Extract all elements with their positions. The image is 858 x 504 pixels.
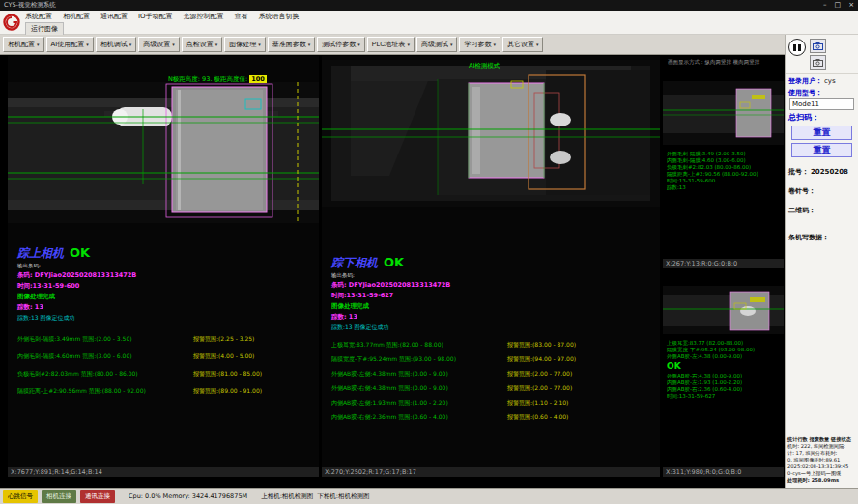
barcode-caption: 输出条码: [331,272,657,279]
batch-label: 批号： [788,167,809,177]
toolbar-button-spot-check[interactable]: 点检设置▾ [182,37,223,52]
status-bar: 心跳信号 相机连接 通讯连接 Cpu: 0.0% Memory: 3424.41… [0,488,858,504]
toolbar-button-label: 高级测试 [421,40,448,49]
result-line: 外侧AB胶-左:4.38 (0.00-9.00) [667,353,755,360]
result-line: 内侧毛刺-隔膜:4.60 (3.00-6.00) [667,157,758,164]
measurement-value: 外侧毛刺-隔膜:3.49mm 范围:(2.00 - 3.50) [17,335,193,344]
camera-layout-toggle-1-icon[interactable] [810,39,826,53]
menu-item-camera-config[interactable]: 相机配置 [63,12,90,21]
total-scan-label: 总扫码： [788,112,819,123]
camera-view-upper[interactable]: N极距高度: 93. 极距高度值:100 [8,56,319,477]
annotation-upper: N极距高度: 93. 极距高度值:100 [168,75,267,84]
thumbnail-image-upper[interactable] [663,81,784,145]
result-line: 踪数:13 [667,184,758,191]
ok-status: OK [384,255,404,269]
result-line: 外侧AB胶-右:4.38 (0.00-9.00) [667,373,742,379]
camera-image-lower[interactable] [322,60,660,207]
camera-image-upper[interactable] [8,82,319,223]
camera-layout-toggle-2-icon[interactable] [810,55,826,70]
camera-connection-badge: 相机连接 [42,490,76,503]
thumbnail-image-lower[interactable] [663,286,784,334]
menu-item-light-control-config[interactable]: 光源控制配置 [184,12,224,21]
result-line: 时间:13-31-59-627 [667,393,742,400]
toolbar-button-advanced-settings[interactable]: 高级设置▾ [138,37,180,52]
toolbar-button-advanced-test[interactable]: 高级测试▾ [416,37,458,52]
result-line: 上极耳宽:83.77 (82.00-88.00) [667,340,755,347]
pause-button[interactable] [788,39,806,56]
qrcode-label: 二维码： [788,206,815,215]
app-logo-icon [3,14,20,31]
toolbar-button-camera-config[interactable]: 相机配置▾ [3,37,44,52]
toolbar-button-label: PLC地址表 [372,40,406,49]
measurement-row: 隔膜宽度-下#:95.24mm 范围:(93.00 - 98.00)报警范围:(… [331,355,657,364]
track-count: 踪数: 13 [17,303,316,312]
toolbar-button-test-params[interactable]: 测试停参数▾ [317,37,365,52]
annotation-value: 100 [249,75,267,83]
thumbnail-result-lines: 外侧毛刺-隔膜:3.49 (2.00-3.50) 内侧毛刺-隔膜:4.60 (3… [667,151,758,191]
toolbar-button-label: 基准面参数 [272,40,306,49]
toolbar-button-plc-address-table[interactable]: PLC地址表▾ [367,37,415,52]
measurement-row: 内侧AB胶-右侧:2.36mm 范围:(0.60 - 4.00)报警范围:(0.… [331,413,657,422]
ok-status: OK [70,245,90,260]
timestamp-text: 时间:13-31-59-627 [331,292,657,300]
toolbar-button-label: 学习参数 [464,40,491,49]
result-line: 内侧AB胶-右:2.36 (0.60-4.00) [667,386,742,393]
toolbar-button-label: 其它设置 [507,40,534,49]
minimize-button[interactable]: – [823,0,827,11]
measurement-row: 外侧AB胶-右侧:4.38mm 范围:(0.00 - 9.00)报警范围:(2.… [331,384,657,393]
menu-item-language-switch[interactable]: 系统语言切换 [259,12,300,21]
menu-item-comm-config[interactable]: 通讯配置 [100,12,128,21]
toolbar-button-ai-config[interactable]: AI使用配置▾ [46,37,94,52]
toolbar-button-label: 图像处理 [229,40,256,49]
close-button[interactable]: × [848,0,854,11]
toolbar-button-camera-debug[interactable]: 相机调试▾ [96,37,137,52]
camera-view-lower[interactable]: AI检测模式 [322,56,660,477]
reset-button-1[interactable]: 重置 [791,126,852,140]
pixel-coordinates-thumb-lower: X:311;Y:980;R:0;G:0;B:0 [663,467,784,477]
dropdown-caret-icon: ▾ [308,42,311,47]
barcode-text: 条码: DFYJiao2025020813313472B [331,281,657,290]
model-field[interactable]: Mode11 [789,98,854,110]
toolbar-button-image-processing[interactable]: 图像处理▾ [224,37,266,52]
pixel-coordinates-upper: X:7677;Y:891;R:14;G:14;B:14 [8,467,319,477]
dropdown-caret-icon: ▾ [37,42,40,47]
toolbar-button-label: 测试停参数 [322,40,356,49]
measurement-row: 外侧毛刺-隔膜:3.49mm 范围:(2.00 - 3.50)报警范围:(2.2… [17,335,316,344]
toolbar-button-other-settings[interactable]: 其它设置▾ [502,37,544,52]
thumbnail-lower[interactable]: 上极耳宽:83.77 (82.00-88.00) 隔膜宽度-下#:95.24 (… [663,268,784,477]
menu-item-io-manual-config[interactable]: IO手动配置 [138,12,173,21]
toolbar-button-datum-params[interactable]: 基准面参数▾ [268,37,316,52]
statistics-line: 2025:02:08-13:31:39:45 [787,463,856,470]
thumbnail-result-lines: 上极耳宽:83.77 (82.00-88.00) 隔膜宽度-下#:95.24 (… [667,340,755,360]
toolbar-button-learning-params[interactable]: 学习参数▾ [459,37,500,52]
main-area: N极距高度: 93. 极距高度值:100 [0,55,785,488]
camera-title: 踪上相机 [17,245,64,262]
camera-title: 踪下相机 [331,255,378,271]
view-controls [786,35,858,74]
result-line: 隔膜宽度-下#:95.24 (93.00-98.00) [667,347,755,353]
statistics-line: 计: 17, 班间分布耗时: [787,450,856,457]
measurement-list: 上极耳宽:83.77mm 范围:(82.00 - 88.00)报警范围:(83.… [331,341,657,422]
track-count: 踪数: 13 [331,313,657,322]
maximize-button[interactable]: □ [835,0,842,11]
alarm-range: 报警范围:(2.25 - 3.25) [193,335,254,344]
tab-run-image[interactable]: 运行图像 [25,22,64,35]
track-detail: 踪数:13 图像定位成功 [331,323,657,332]
menu-item-system-config[interactable]: 系统配置 [25,12,52,21]
ai-mode-label: AI检测模式 [469,62,500,70]
reset-button-2[interactable]: 重置 [791,143,852,157]
menu-bar: 系统配置 相机配置 通讯配置 IO手动配置 光源控制配置 查看 系统语言切换 [25,11,858,22]
toolbar-button-label: 高级设置 [143,40,170,49]
thumbnail-result-lines: 外侧AB胶-右:4.38 (0.00-9.00) 内侧AB胶-左:1.93 (1… [667,373,742,400]
measurement-row: 负极毛刺#2:82.03mm 范围:(80.00 - 86.00)报警范围:(8… [17,370,316,378]
result-line: 时间:13-31-59-600 [667,178,758,184]
menu-item-view[interactable]: 查看 [235,12,248,21]
pixel-coordinates-lower: X:270;Y:2502;R:17;G:17;B:17 [322,467,660,477]
result-line: 负极毛刺#2:82.03 (80.00-86.00) [667,164,758,171]
thumbnail-upper[interactable]: 外侧毛刺-隔膜:3.49 (2.00-3.50) 内侧毛刺-隔膜:4.60 (3… [663,70,784,268]
measurement-list: 外侧毛刺-隔膜:3.49mm 范围:(2.00 - 3.50)报警范围:(2.2… [17,335,316,396]
write-data-label: 条机写数据： [788,233,829,242]
dropdown-caret-icon: ▾ [358,42,360,47]
measurement-value: 内侧AB胶-右侧:2.36mm 范围:(0.60 - 4.00) [331,413,507,422]
toolbar-button-label: AI使用配置 [51,40,85,49]
